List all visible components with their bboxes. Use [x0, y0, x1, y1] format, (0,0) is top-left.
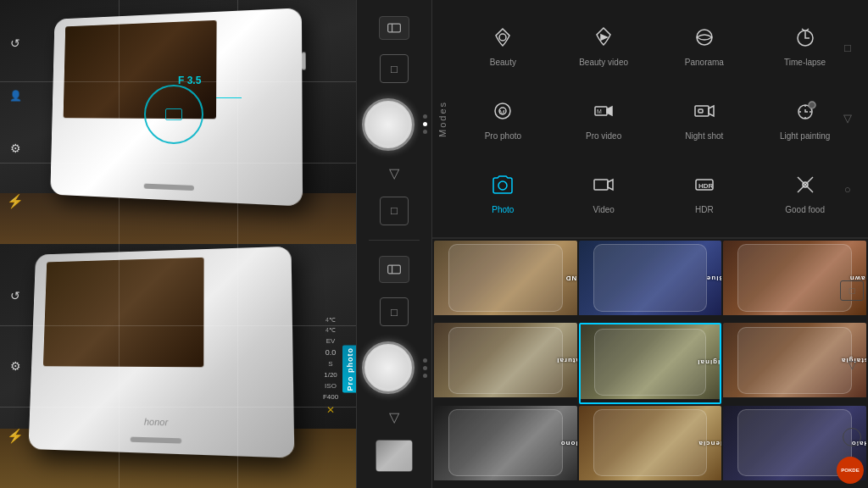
pro-video-icon: M — [588, 96, 619, 126]
filter-original[interactable]: Original — [579, 323, 722, 403]
dot-b1 — [423, 358, 427, 363]
good-food-label: Good food — [785, 205, 825, 215]
nav-arrow-bottom[interactable]: ▽ — [389, 409, 399, 425]
dot-3 — [423, 130, 427, 134]
dot-b2 — [423, 366, 427, 370]
switch-view-button[interactable] — [379, 16, 409, 40]
panorama-icon — [689, 22, 720, 53]
portrait-icon[interactable]: 👤 — [5, 86, 25, 106]
modes-label: Modes — [432, 0, 453, 237]
night-shot-icon — [689, 96, 720, 126]
mode-pro-video[interactable]: M Pro video — [554, 82, 654, 156]
checkbox-top[interactable]: □ — [380, 54, 409, 83]
mode-beauty-video[interactable]: Beauty video — [554, 8, 654, 82]
panorama-label: Panorama — [685, 58, 724, 68]
checkbox-area: □ — [380, 54, 409, 83]
filter-natural[interactable]: Natural — [434, 323, 577, 403]
filter-valencia[interactable]: Valencia — [579, 406, 722, 486]
modes-grid: Beauty Beauty video — [453, 0, 868, 237]
filter-ctrl-1[interactable]: □ — [840, 280, 864, 301]
param-dial: 4℃ 4℃ EV 0.0 S 1/20 ISO F400 ✕ — [309, 244, 352, 488]
filter-ctrl-circle[interactable] — [843, 428, 861, 446]
svg-rect-2 — [388, 265, 401, 274]
filters-grid: ND Blue Dawn Natural — [432, 239, 868, 488]
aperture-label: F 3.5 — [178, 75, 201, 86]
switch-camera-icon[interactable]: ↺ — [5, 286, 25, 306]
grid-icon-bottom[interactable]: ⚙ — [5, 356, 25, 376]
flash-icon-bottom[interactable]: ⚡ — [5, 426, 25, 446]
checkbox-bottom[interactable]: □ — [380, 297, 409, 326]
filters-section: ND Blue Dawn Natural — [432, 239, 868, 488]
svg-text:M: M — [597, 108, 602, 114]
right-panel: Modes Beauty Beaut — [432, 0, 868, 488]
mode-panorama[interactable]: Panorama — [654, 8, 755, 82]
mode-video[interactable]: Video — [554, 155, 654, 229]
pokde-logo: POKDE — [837, 457, 864, 484]
rotate-icon[interactable]: ↺ — [5, 33, 25, 53]
svg-point-5 — [697, 30, 712, 45]
left-panel: F 3.5 ↺ 👤 ⚙ ⚡ honor — [0, 0, 356, 488]
mode-ctrl-2[interactable]: ▽ — [836, 108, 860, 129]
flash-icon[interactable]: ⚡ — [5, 191, 25, 211]
photo-label: Photo — [492, 205, 514, 215]
light-painting-label: Light painting — [780, 131, 831, 141]
photo-icon — [487, 169, 518, 200]
switch-view-button-2[interactable] — [379, 256, 409, 283]
mode-beauty[interactable]: Beauty — [453, 8, 554, 82]
viewfinder-bottom: honor Pro photo 4℃ 4℃ EV 0.0 S 1/20 ISO … — [0, 244, 356, 488]
mode-hdr[interactable]: HDR HDR — [654, 155, 755, 229]
dot-2 — [423, 122, 427, 126]
filter-mono[interactable]: Mono — [434, 406, 577, 486]
pro-photo-label-mode: Pro photo — [485, 131, 521, 141]
light-painting-icon — [790, 96, 821, 126]
settings-icon[interactable]: ⚙ — [5, 138, 25, 158]
shutter-button-top[interactable] — [362, 98, 415, 151]
mode-dots-bottom — [423, 358, 427, 378]
svg-rect-13 — [698, 109, 703, 113]
modes-right-controls: □ ▽ ○ — [836, 0, 860, 237]
pro-video-label: Pro video — [586, 131, 621, 141]
night-shot-label: Night shot — [685, 131, 723, 141]
mode-photo[interactable]: Photo — [453, 155, 554, 229]
svg-rect-17 — [594, 180, 608, 190]
filter-nd[interactable]: ND — [434, 241, 577, 321]
filter-nd-label: ND — [565, 274, 576, 282]
center-panel: □ ▽ □ □ ▽ — [356, 0, 432, 488]
left-icons-top: ↺ 👤 ⚙ ⚡ — [5, 0, 25, 244]
shutter-button-bottom[interactable] — [362, 341, 415, 394]
mode-pro-photo[interactable]: M Pro photo — [453, 82, 554, 156]
filter-blue[interactable]: Blue — [579, 241, 722, 321]
gallery-thumbnail[interactable] — [376, 440, 413, 472]
dot-b3 — [423, 374, 427, 378]
mode-ctrl-1[interactable]: □ — [836, 38, 860, 58]
filter-mono-label: Mono — [559, 439, 576, 446]
svg-text:HDR: HDR — [698, 182, 714, 190]
beauty-icon — [487, 22, 518, 53]
video-icon — [588, 169, 619, 200]
separator — [369, 240, 420, 241]
filter-blue-label: Blue — [706, 274, 721, 282]
svg-point-4 — [499, 34, 506, 41]
pro-photo-icon: M — [487, 96, 518, 126]
shutter-row-bottom — [362, 341, 427, 394]
beauty-label: Beauty — [490, 58, 516, 68]
good-food-icon — [790, 169, 821, 200]
filter-original-label: Original — [698, 358, 722, 366]
mode-night-shot[interactable]: Night shot — [654, 82, 755, 156]
modes-section: Modes Beauty Beaut — [432, 0, 868, 237]
checkbox-area-2: □ — [380, 297, 409, 326]
focus-circle — [144, 85, 203, 144]
mode-ctrl-3[interactable]: ○ — [836, 179, 860, 199]
viewfinder-top: F 3.5 ↺ 👤 ⚙ ⚡ — [0, 0, 356, 244]
hdr-label: HDR — [695, 205, 714, 215]
mode-dots-top — [423, 114, 427, 134]
square-btn-mid[interactable]: □ — [380, 197, 409, 225]
beauty-video-label: Beauty video — [579, 58, 628, 68]
timelapse-icon — [790, 22, 821, 53]
nav-arrow-top[interactable]: ▽ — [389, 165, 399, 181]
filter-arrow-down[interactable]: ▽ — [848, 358, 857, 371]
svg-point-15 — [809, 102, 815, 108]
svg-text:M: M — [499, 108, 505, 116]
svg-rect-0 — [388, 24, 401, 32]
filter-natural-label: Natural — [556, 357, 577, 364]
